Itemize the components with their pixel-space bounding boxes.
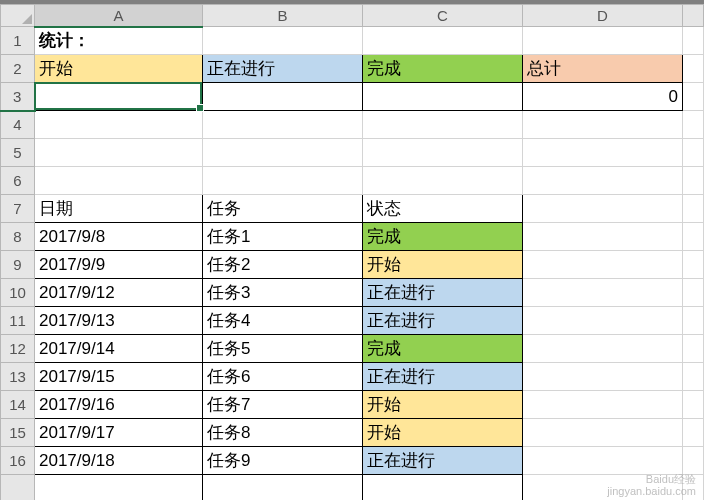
cell-B11[interactable]: 任务4 [203, 307, 363, 335]
cell-B2[interactable]: 正在进行 [203, 55, 363, 83]
cell-C7[interactable]: 状态 [363, 195, 523, 223]
row-header-5[interactable]: 5 [1, 139, 35, 167]
cell-B17[interactable] [203, 475, 363, 501]
row-header-3[interactable]: 3 [1, 83, 35, 111]
cell-C12[interactable]: 完成 [363, 335, 523, 363]
cell-ext6[interactable] [683, 167, 704, 195]
cell-B7[interactable]: 任务 [203, 195, 363, 223]
cell-ext1[interactable] [683, 27, 704, 55]
cell-C2[interactable]: 完成 [363, 55, 523, 83]
cell-C16[interactable]: 正在进行 [363, 447, 523, 475]
row-header-8[interactable]: 8 [1, 223, 35, 251]
cell-B4[interactable] [203, 111, 363, 139]
row-header-16[interactable]: 16 [1, 447, 35, 475]
cell-B1[interactable] [203, 27, 363, 55]
cell-C15[interactable]: 开始 [363, 419, 523, 447]
cell-B3[interactable] [203, 83, 363, 111]
cell-B16[interactable]: 任务9 [203, 447, 363, 475]
cell-D16[interactable] [523, 447, 683, 475]
cell-B12[interactable]: 任务5 [203, 335, 363, 363]
cell-ext5[interactable] [683, 139, 704, 167]
cell-ext17[interactable] [683, 475, 704, 501]
cell-D4[interactable] [523, 111, 683, 139]
row-header-1[interactable]: 1 [1, 27, 35, 55]
cell-ext16[interactable] [683, 447, 704, 475]
cell-ext9[interactable] [683, 251, 704, 279]
cell-A12[interactable]: 2017/9/14 [35, 335, 203, 363]
cell-ext3[interactable] [683, 83, 704, 111]
cell-C3[interactable] [363, 83, 523, 111]
cell-C10[interactable]: 正在进行 [363, 279, 523, 307]
col-header-A[interactable]: A [35, 5, 203, 27]
cell-A4[interactable] [35, 111, 203, 139]
row-header-7[interactable]: 7 [1, 195, 35, 223]
row-header-17[interactable] [1, 475, 35, 501]
cell-A17[interactable] [35, 475, 203, 501]
cell-C5[interactable] [363, 139, 523, 167]
cell-B5[interactable] [203, 139, 363, 167]
cell-C11[interactable]: 正在进行 [363, 307, 523, 335]
cell-B13[interactable]: 任务6 [203, 363, 363, 391]
cell-ext11[interactable] [683, 307, 704, 335]
row-header-14[interactable]: 14 [1, 391, 35, 419]
cell-D15[interactable] [523, 419, 683, 447]
cell-C13[interactable]: 正在进行 [363, 363, 523, 391]
cell-D8[interactable] [523, 223, 683, 251]
row-header-10[interactable]: 10 [1, 279, 35, 307]
cell-B10[interactable]: 任务3 [203, 279, 363, 307]
cell-A8[interactable]: 2017/9/8 [35, 223, 203, 251]
cell-C6[interactable] [363, 167, 523, 195]
cell-D10[interactable] [523, 279, 683, 307]
row-header-15[interactable]: 15 [1, 419, 35, 447]
cell-C4[interactable] [363, 111, 523, 139]
cell-B14[interactable]: 任务7 [203, 391, 363, 419]
cell-ext2[interactable] [683, 55, 704, 83]
cell-A13[interactable]: 2017/9/15 [35, 363, 203, 391]
cell-B15[interactable]: 任务8 [203, 419, 363, 447]
col-header-B[interactable]: B [203, 5, 363, 27]
cell-D17[interactable] [523, 475, 683, 501]
cell-A1[interactable]: 统计： [35, 27, 203, 55]
cell-C1[interactable] [363, 27, 523, 55]
cell-C14[interactable]: 开始 [363, 391, 523, 419]
cell-D1[interactable] [523, 27, 683, 55]
cell-A6[interactable] [35, 167, 203, 195]
cell-D11[interactable] [523, 307, 683, 335]
cell-A5[interactable] [35, 139, 203, 167]
cell-D12[interactable] [523, 335, 683, 363]
col-header-C[interactable]: C [363, 5, 523, 27]
cell-A7[interactable]: 日期 [35, 195, 203, 223]
cell-ext10[interactable] [683, 279, 704, 307]
row-header-2[interactable]: 2 [1, 55, 35, 83]
cell-C9[interactable]: 开始 [363, 251, 523, 279]
row-header-9[interactable]: 9 [1, 251, 35, 279]
cell-ext7[interactable] [683, 195, 704, 223]
cell-A16[interactable]: 2017/9/18 [35, 447, 203, 475]
cell-A3[interactable] [35, 83, 203, 111]
cell-D6[interactable] [523, 167, 683, 195]
col-header-ext[interactable] [683, 5, 704, 27]
cell-B8[interactable]: 任务1 [203, 223, 363, 251]
cell-A14[interactable]: 2017/9/16 [35, 391, 203, 419]
row-header-4[interactable]: 4 [1, 111, 35, 139]
cell-A9[interactable]: 2017/9/9 [35, 251, 203, 279]
row-header-13[interactable]: 13 [1, 363, 35, 391]
cell-D3[interactable]: 0 [523, 83, 683, 111]
cell-D14[interactable] [523, 391, 683, 419]
cell-D2[interactable]: 总计 [523, 55, 683, 83]
cell-ext4[interactable] [683, 111, 704, 139]
cell-B9[interactable]: 任务2 [203, 251, 363, 279]
cell-A15[interactable]: 2017/9/17 [35, 419, 203, 447]
cell-A10[interactable]: 2017/9/12 [35, 279, 203, 307]
cell-A2[interactable]: 开始 [35, 55, 203, 83]
grid[interactable]: A B C D 1 统计： 2 开始 正在进行 完成 总计 [0, 4, 704, 500]
col-header-D[interactable]: D [523, 5, 683, 27]
cell-B6[interactable] [203, 167, 363, 195]
cell-A11[interactable]: 2017/9/13 [35, 307, 203, 335]
cell-D5[interactable] [523, 139, 683, 167]
cell-ext12[interactable] [683, 335, 704, 363]
cell-D9[interactable] [523, 251, 683, 279]
select-all-corner[interactable] [1, 5, 35, 27]
cell-ext13[interactable] [683, 363, 704, 391]
worksheet[interactable]: A B C D 1 统计： 2 开始 正在进行 完成 总计 [0, 4, 704, 500]
